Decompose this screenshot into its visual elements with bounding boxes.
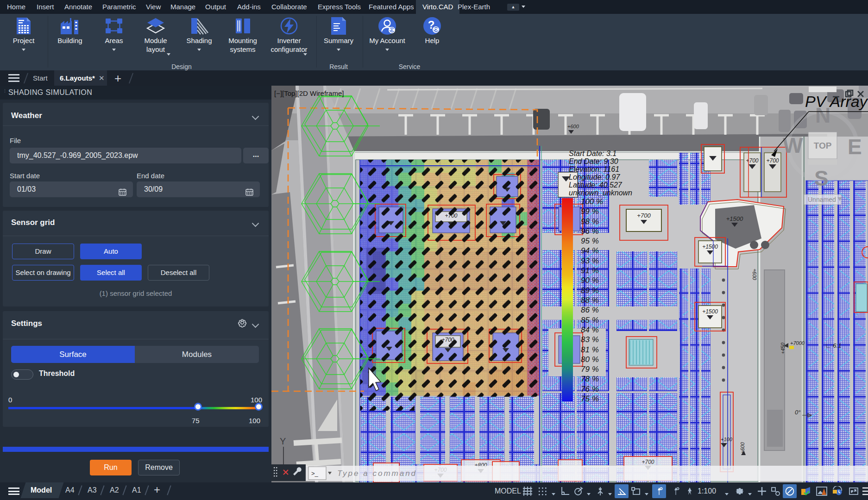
svg-text:93 %: 93 %: [581, 256, 599, 265]
svg-text:+1500: +1500: [726, 215, 743, 222]
svg-text:W: W: [783, 133, 803, 157]
svg-text:TOP: TOP: [814, 141, 832, 150]
svg-text:+700: +700: [746, 157, 758, 164]
svg-text:94 %: 94 %: [581, 246, 599, 255]
svg-text:86 %: 86 %: [581, 306, 599, 314]
svg-text:98 %: 98 %: [581, 217, 599, 226]
svg-text:84 %: 84 %: [581, 325, 599, 334]
svg-text:75 %: 75 %: [581, 394, 599, 403]
svg-text:+7000: +7000: [790, 340, 805, 346]
svg-text:95 %: 95 %: [581, 237, 599, 245]
svg-text:+1500: +1500: [702, 244, 718, 250]
svg-text:+100: +100: [721, 437, 733, 442]
svg-text:+700: +700: [642, 459, 654, 465]
svg-text:Longitude: 0.97: Longitude: 0.97: [569, 173, 620, 181]
svg-text:85 %: 85 %: [581, 316, 599, 325]
svg-text:83 %: 83 %: [581, 335, 599, 344]
svg-text:Y: Y: [280, 436, 286, 446]
svg-text:0°: 0°: [795, 409, 800, 416]
svg-text:S: S: [814, 166, 829, 190]
svg-text:91 %: 91 %: [581, 266, 599, 275]
svg-text:+700: +700: [637, 212, 651, 219]
svg-text:+1500: +1500: [702, 308, 718, 315]
svg-text:[−][Top][2D Wireframe]: [−][Top][2D Wireframe]: [274, 89, 344, 97]
svg-text:90 %: 90 %: [581, 276, 599, 285]
svg-text:80 %: 80 %: [581, 355, 599, 364]
svg-text:Start Date: 3.1: Start Date: 3.1: [569, 150, 616, 157]
svg-text:76 %: 76 %: [581, 385, 599, 394]
svg-text:+450: +450: [780, 342, 786, 354]
svg-text:88 %: 88 %: [581, 296, 599, 305]
svg-text:Latitude: 40.527: Latitude: 40.527: [569, 181, 623, 189]
svg-text:E: E: [848, 135, 862, 159]
svg-text:+700: +700: [766, 157, 779, 164]
svg-text:79 %: 79 %: [581, 365, 599, 374]
svg-text:81 %: 81 %: [581, 345, 599, 354]
svg-text:End Date: 9.30: End Date: 9.30: [569, 157, 618, 165]
svg-text:+600: +600: [567, 124, 579, 129]
svg-text:>_: >_: [311, 470, 319, 477]
svg-text:Unnamed: Unnamed: [808, 196, 836, 203]
svg-text:89 %: 89 %: [581, 286, 599, 295]
svg-text:Type a command: Type a command: [337, 469, 417, 478]
svg-text:99 %: 99 %: [581, 207, 599, 216]
svg-text:Elevation: 1161: Elevation: 1161: [569, 165, 619, 173]
svg-text:96 %: 96 %: [581, 227, 599, 236]
svg-text:unknown_unknown: unknown_unknown: [569, 189, 632, 197]
svg-text:100 %: 100 %: [581, 197, 603, 206]
svg-text:∟ 6:1: ∟ 6:1: [825, 342, 841, 349]
svg-text:78 %: 78 %: [581, 375, 599, 383]
svg-text:009+: 009+: [752, 269, 757, 280]
